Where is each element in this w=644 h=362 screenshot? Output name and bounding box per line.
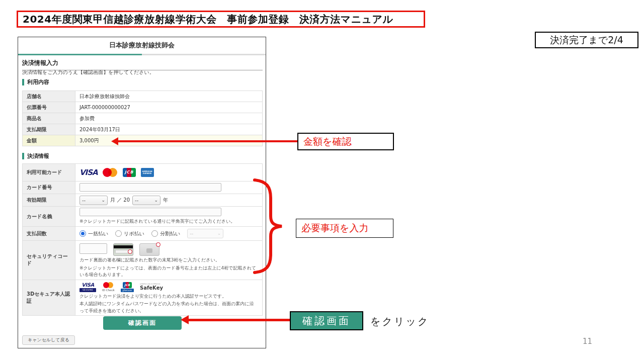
confirm-button[interactable]: 確認画面 (103, 316, 182, 330)
annotation-confirm-button: 確認画面 (290, 311, 363, 330)
radio-revolving[interactable]: リボ払い (115, 230, 144, 237)
radio-icon (151, 230, 158, 237)
secure3d-row: 3Dセキュア本人認証 VISA SECURE ID Check JCB (23, 280, 263, 316)
red-arrow-line-amount (118, 140, 298, 142)
radio-selected-icon (79, 230, 86, 237)
card-name-input[interactable] (79, 208, 221, 216)
chevron-down-icon: ⌄ (101, 198, 105, 203)
row-label: カード名義 (23, 207, 75, 227)
expiry-mid-text: 月 ／ 20 (110, 197, 130, 204)
chevron-down-icon: ⌄ (154, 198, 158, 203)
red-arrow-line-confirm (188, 319, 290, 321)
row-value: JART-000000000027 (75, 102, 263, 113)
usage-table: 店舗名 日本診療放射線技師会 伝票番号 JART-000000000027 商品… (22, 90, 263, 146)
security-code-note-1: カード裏面の署名欄に記載された数字の末尾3桁をご入力ください。 (79, 257, 258, 264)
red-arrow-head-confirm (181, 315, 189, 324)
card-name-note: ※クレジットカードに記載されている通りに半角英字にてご入力ください。 (79, 218, 258, 225)
row-label: 金額 (23, 135, 75, 146)
progress-bar-fill (18, 54, 142, 55)
row-label: 有効期限 (23, 194, 75, 207)
payment-section-heading: 決済情報 (22, 153, 49, 159)
table-row: 支払期限 2024年03月17日 (23, 124, 263, 135)
annotation-confirm-suffix: をクリック (370, 315, 429, 328)
row-value: 2024年03月17日 (75, 124, 263, 135)
table-row: 商品名 参加費 (23, 113, 263, 124)
row-label: 利用可能カード (23, 164, 75, 182)
mastercard-idcheck-logo: ID Check (102, 282, 115, 292)
red-arrow-head-amount (111, 137, 118, 145)
security-code-input[interactable] (79, 243, 107, 254)
available-cards-row: 利用可能カード VISA JCB AMERICAN EXPRESS (23, 164, 263, 182)
card-number-row: カード番号 (23, 182, 263, 194)
row-value: 日本診療放射線技師会 (75, 91, 263, 102)
payment-form-panel: 日本診療放射線技師会 決済情報入力 決済情報をご入力のうえ【確認画面】を押してく… (18, 37, 266, 348)
jcb-jsecure-logo: JCB J/Secure (121, 282, 134, 292)
secure3d-note-2: 本人認証時にワンタイムパスワードなどの入力を求められた場合は、画面の案内に沿って… (79, 301, 258, 314)
chevron-down-icon: ⌄ (217, 231, 221, 236)
row-label: 3Dセキュア本人認証 (23, 280, 75, 316)
annotation-check-amount: 金額を確認 (297, 133, 394, 150)
payment-table: 利用可能カード VISA JCB AMERICAN EXPRESS カード番号 … (22, 163, 263, 316)
row-label: 支払回数 (23, 227, 75, 241)
expiry-year-select[interactable]: --⌄ (132, 196, 160, 205)
visa-secure-logo: VISA SECURE (79, 282, 96, 292)
table-row: 店舗名 日本診療放射線技師会 (23, 91, 263, 102)
radio-lump-sum[interactable]: 一括払い (79, 230, 108, 237)
installment-count-select: --⌄ (187, 229, 223, 238)
expiry-row: 有効期限 --⌄ 月 ／ 20 --⌄ 年 (23, 194, 263, 207)
row-label: 支払期限 (23, 124, 75, 135)
card-back-cvv-image (113, 243, 133, 256)
security-code-note-2: ※クレジットカードによっては、表面のカード番号右上または左上に4桁で記載されてい… (79, 265, 258, 279)
installments-row: 支払回数 一括払い リボ払い 分割払い (23, 227, 263, 241)
row-label: 伝票番号 (23, 102, 75, 113)
radio-icon (115, 230, 122, 237)
row-label: 店舗名 (23, 91, 75, 102)
cancel-button[interactable]: キャンセルして戻る (22, 335, 75, 345)
security-code-row: セキュリティコード カード裏面の署名欄に記載された数字の末尾3桁をご入力ください… (23, 241, 263, 280)
form-instruction: 決済情報をご入力のうえ【確認画面】を押してください。 (22, 69, 154, 76)
expiry-suffix: 年 (163, 197, 168, 204)
progress-bar (18, 54, 266, 55)
row-value: 参加費 (75, 113, 263, 124)
row-label: カード番号 (23, 182, 75, 194)
card-number-input[interactable] (79, 183, 221, 192)
jcb-logo: JCB (123, 168, 136, 177)
slide: 2024年度関東甲信越診療放射線学術大会 事前参加登録 決済方法マニュアル 決済… (0, 0, 644, 362)
table-row: 伝票番号 JART-000000000027 (23, 102, 263, 113)
expiry-month-select[interactable]: --⌄ (79, 196, 108, 205)
slide-title: 2024年度関東甲信越診療放射線学術大会 事前参加登録 決済方法マニュアル (17, 11, 425, 28)
page-number: 11 (583, 337, 592, 346)
row-label: セキュリティコード (23, 241, 75, 280)
radio-installment[interactable]: 分割払い (151, 230, 180, 237)
usage-section-heading: 利用内容 (22, 79, 49, 85)
visa-logo: VISA (79, 168, 98, 177)
red-brace (251, 177, 297, 276)
amex-logo: AMERICAN EXPRESS (141, 168, 154, 177)
secure3d-note-1: クレジットカード決済をより安全に行うための本人認証サービスです。 (79, 293, 258, 300)
row-label: 商品名 (23, 113, 75, 124)
annotation-enter-details: 必要事項を入力 (296, 219, 393, 238)
mastercard-logo (103, 168, 118, 177)
safekey-logo: AMERICAN EXPRESS SafeKey (140, 283, 163, 291)
form-header-title: 日本診療放射線技師会 (18, 41, 266, 50)
step-indicator: 決済完了まで2/4 (535, 32, 638, 48)
card-front-cvv-image (139, 243, 159, 256)
card-name-row: カード名義 ※クレジットカードに記載されている通りに半角英字にてご入力ください。 (23, 207, 263, 227)
